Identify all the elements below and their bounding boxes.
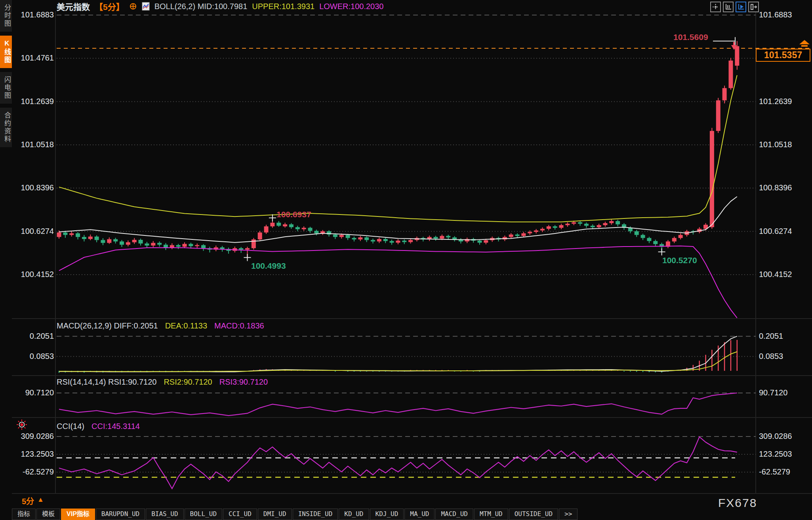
sidebar-item-3[interactable]: 合约资料 — [0, 108, 12, 147]
axis-autoplay-icon[interactable] — [736, 2, 746, 12]
rsi-header: RSI(14,14,14) RSI1:90.7120 RSI2:90.7120 … — [57, 378, 268, 387]
y-axis-label: 0.0853 — [11, 352, 54, 361]
sidebar-item-1[interactable]: K线图 — [0, 36, 12, 68]
tab-MACD_UD[interactable]: MACD_UD — [435, 509, 473, 520]
swing-high-label: 100.6937 — [276, 210, 311, 219]
indicator-tab-bar: 指标模板VIP指标BARUPDN_UDBIAS_UDBOLL_UDCCI_UDD… — [12, 509, 812, 520]
tab-KDJ_UD[interactable]: KDJ_UD — [370, 509, 404, 520]
y-axis-label: 101.0518 — [759, 140, 792, 149]
alert-icon[interactable] — [16, 419, 28, 432]
y-axis-label: 309.0286 — [11, 432, 54, 441]
trading-app: 分时图K线图闪电图合约资料 美元指数 【5分】 BOLL(26,2) MID:1… — [0, 0, 812, 520]
symbol-name: 美元指数 — [57, 0, 90, 12]
tab-BIAS_UD[interactable]: BIAS_UD — [146, 509, 183, 520]
tab-模板[interactable]: 模板 — [36, 509, 60, 520]
cci-value: CCI:145.3114 — [91, 422, 140, 431]
interval-up-triangle-icon[interactable]: ▲ — [37, 496, 44, 504]
y-axis-label: 101.4761 — [11, 53, 54, 63]
y-axis-label: 123.2503 — [11, 450, 54, 459]
recent-low-label: 100.5270 — [662, 256, 697, 265]
watermark: FX678 — [718, 496, 757, 510]
y-axis-label: 100.8396 — [759, 183, 792, 192]
cci-title: CCI(14) — [57, 422, 84, 431]
detach-window-icon[interactable] — [748, 2, 759, 12]
chart-header: 美元指数 【5分】 BOLL(26,2) MID:100.7981 UPPER:… — [57, 1, 384, 11]
tab-KD_UD[interactable]: KD_UD — [339, 509, 369, 520]
sidebar-item-0[interactable]: 分时图 — [0, 0, 12, 32]
y-axis-label: 0.0853 — [759, 352, 783, 361]
macd-header: MACD(26,12,9) DIFF:0.2051 DEA:0.1133 MAC… — [57, 321, 264, 330]
rsi2-value: RSI2:90.7120 — [164, 378, 212, 387]
boll-mid-value: BOLL(26,2) MID:100.7981 — [154, 2, 248, 11]
tab-CCI_UD[interactable]: CCI_UD — [223, 509, 257, 520]
boll-upper-value: UPPER:101.3931 — [252, 2, 315, 11]
y-axis-label: 101.6883 — [759, 10, 792, 19]
tab-BOLL_UD[interactable]: BOLL_UD — [185, 509, 222, 520]
target-icon[interactable] — [129, 2, 137, 10]
tab-INSIDE_UD[interactable]: INSIDE_UD — [293, 509, 338, 520]
tab-DMI_UD[interactable]: DMI_UD — [258, 509, 292, 520]
sidebar-item-2[interactable]: 闪电图 — [0, 72, 12, 104]
pan-crosshair-icon[interactable] — [710, 2, 721, 12]
macd-diff-value: MACD(26,12,9) DIFF:0.2051 — [57, 321, 158, 330]
tab-BARUPDN_UD[interactable]: BARUPDN_UD — [96, 509, 145, 520]
candlestick-chart-icon[interactable] — [142, 2, 150, 11]
y-axis-label: 0.2051 — [759, 332, 783, 341]
tab-MTM_UD[interactable]: MTM_UD — [474, 509, 508, 520]
axis-scale-icon[interactable] — [723, 2, 734, 12]
y-axis-label: 100.8396 — [11, 183, 54, 192]
y-axis-label: 101.0518 — [11, 140, 54, 149]
macd-macd-value: MACD:0.1836 — [214, 321, 264, 330]
y-axis-label: 100.4152 — [11, 270, 54, 279]
chart-type-rail: 分时图K线图闪电图合约资料 — [0, 0, 12, 151]
boll-lower-value: LOWER:100.2030 — [319, 2, 383, 11]
chart-toolbar — [710, 2, 759, 12]
y-axis-label: 309.0286 — [759, 432, 792, 441]
cci-header: CCI(14) CCI:145.3114 — [57, 422, 140, 431]
y-axis-label: 0.2051 — [11, 332, 54, 341]
last-high-label: 101.5609 — [673, 32, 708, 42]
y-axis-label: 101.2639 — [759, 97, 792, 106]
y-axis-label: 90.7120 — [11, 388, 54, 397]
tab-VIP指标[interactable]: VIP指标 — [61, 509, 95, 520]
footer-interval-label[interactable]: 5分 — [22, 495, 34, 507]
last-price-box: 101.5357 — [756, 49, 810, 62]
y-axis-label: 101.6883 — [11, 10, 54, 19]
swing-low-label: 100.4993 — [251, 261, 286, 271]
y-axis-label: -62.5279 — [759, 467, 790, 476]
y-axis-label: 100.6274 — [759, 227, 792, 236]
y-axis-label: 90.7120 — [759, 388, 787, 397]
y-axis-label: -62.5279 — [11, 467, 54, 476]
tab-MA_UD[interactable]: MA_UD — [404, 509, 435, 520]
price-up-arrow-icon — [799, 40, 810, 49]
macd-dea-value: DEA:0.1133 — [165, 321, 207, 330]
y-axis-label: 100.6274 — [11, 227, 54, 236]
y-axis-label: 101.2639 — [11, 97, 54, 106]
rsi3-value: RSI3:90.7120 — [219, 378, 268, 387]
tab->>[interactable]: >> — [559, 509, 578, 520]
rsi1-value: RSI(14,14,14) RSI1:90.7120 — [57, 378, 156, 387]
y-axis-label: 123.2503 — [759, 450, 792, 459]
tab-指标[interactable]: 指标 — [12, 509, 36, 520]
y-axis-label: 100.4152 — [759, 270, 792, 279]
interval-label[interactable]: 【5分】 — [95, 0, 124, 12]
tab-OUTSIDE_UD[interactable]: OUTSIDE_UD — [509, 509, 558, 520]
